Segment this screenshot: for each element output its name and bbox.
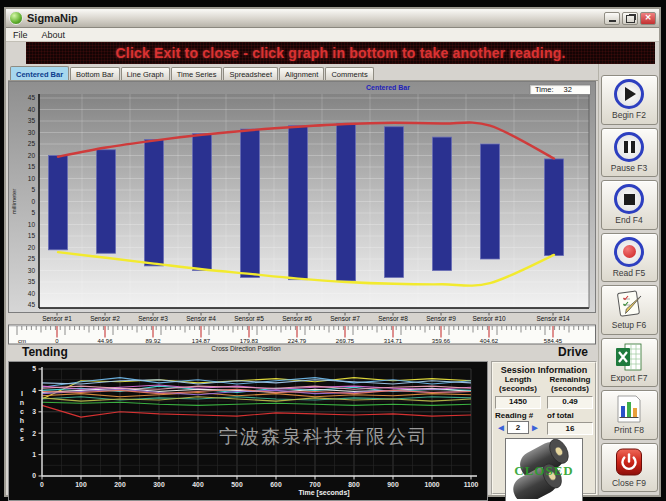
svg-text:700: 700: [309, 481, 321, 488]
reading-number-field[interactable]: 2: [507, 421, 529, 434]
drive-label: Drive: [558, 345, 588, 359]
tab-time-series[interactable]: Time Series: [171, 67, 223, 80]
svg-text:15: 15: [28, 163, 36, 170]
svg-text:400: 400: [192, 481, 204, 488]
svg-text:404.62: 404.62: [480, 338, 499, 344]
svg-text:89.92: 89.92: [145, 338, 161, 344]
length-label: Length (seconds): [495, 376, 541, 394]
svg-text:5: 5: [31, 209, 35, 216]
chart-document-icon: [613, 394, 645, 424]
svg-text:Sensor #9: Sensor #9: [426, 315, 456, 322]
trend-line-chart[interactable]: 0123450100200300400500600700800900100011…: [9, 362, 487, 500]
length-value: 1450: [495, 396, 541, 409]
restore-icon: [626, 15, 635, 23]
svg-text:Sensor #1: Sensor #1: [42, 315, 72, 322]
svg-text:44.96: 44.96: [97, 338, 113, 344]
read-label: Read F5: [613, 268, 646, 278]
trend-graph-panel[interactable]: 0123450100200300400500600700800900100011…: [8, 361, 488, 501]
svg-text:30: 30: [28, 129, 36, 136]
app-icon: [9, 11, 23, 25]
svg-text:15: 15: [28, 232, 36, 239]
end-button[interactable]: End F4: [601, 180, 658, 230]
svg-text:200: 200: [114, 481, 126, 488]
reading-next-arrow[interactable]: ►: [530, 423, 540, 433]
nip-status-text: CLOSED: [506, 463, 582, 479]
title-bar[interactable]: SigmaNip ✕: [6, 9, 659, 28]
centered-bar-chart: 45403530252015105051015202530354045milli…: [9, 82, 595, 312]
minimize-button[interactable]: [604, 12, 620, 25]
svg-text:2: 2: [32, 430, 36, 437]
reading-prev-arrow[interactable]: ◄: [496, 423, 506, 433]
export-button[interactable]: Export F7: [601, 338, 658, 388]
svg-text:224.79: 224.79: [288, 338, 307, 344]
tab-spreadsheet[interactable]: Spreadsheet: [223, 67, 278, 80]
session-header: Session Information: [501, 365, 588, 375]
tab-comments[interactable]: Comments: [325, 67, 373, 80]
svg-text:e: e: [20, 426, 24, 433]
window-title: SigmaNip: [27, 12, 604, 24]
pause-label: Pause F3: [611, 163, 647, 173]
svg-text:269.75: 269.75: [336, 338, 355, 344]
nip-status-image: CLOSED: [505, 438, 583, 501]
svg-text:359.66: 359.66: [432, 338, 451, 344]
svg-text:Sensor #2: Sensor #2: [90, 315, 120, 322]
svg-text:Sensor #10: Sensor #10: [472, 315, 506, 322]
record-icon: [614, 237, 644, 267]
svg-text:35: 35: [28, 117, 36, 124]
svg-text:Sensor #7: Sensor #7: [330, 315, 360, 322]
svg-text:n: n: [20, 399, 24, 406]
print-label: Print F8: [614, 425, 644, 435]
svg-text:Sensor #3: Sensor #3: [138, 315, 168, 322]
session-info-panel: Session Information Length (seconds) Rem…: [491, 361, 597, 495]
excel-icon: [613, 342, 645, 372]
svg-text:1100: 1100: [464, 481, 479, 488]
time-field[interactable]: Time: 32: [529, 84, 591, 95]
pause-button[interactable]: Pause F3: [601, 128, 658, 178]
svg-text:cm: cm: [18, 338, 26, 344]
tab-alignment[interactable]: Alignment: [279, 67, 324, 80]
setup-button[interactable]: Setup F6: [601, 285, 658, 335]
tending-label: Tending: [22, 345, 68, 359]
svg-text:25: 25: [28, 255, 36, 262]
svg-text:Time [seconds]: Time [seconds]: [298, 489, 349, 497]
svg-text:0: 0: [40, 481, 44, 488]
of-total-label: of total: [547, 411, 593, 420]
svg-text:25: 25: [28, 140, 36, 147]
svg-text:Sensor #5: Sensor #5: [234, 315, 264, 322]
restore-button[interactable]: [622, 12, 638, 25]
svg-text:Sensor #14: Sensor #14: [536, 315, 570, 322]
svg-text:600: 600: [270, 481, 282, 488]
svg-text:4: 4: [32, 387, 36, 394]
chart-title: Centered Bar: [366, 84, 410, 91]
svg-text:500: 500: [231, 481, 243, 488]
close-icon: ✕: [645, 14, 652, 22]
svg-text:5: 5: [31, 186, 35, 193]
close-app-button[interactable]: Close F9: [601, 443, 658, 493]
svg-text:45: 45: [28, 94, 36, 101]
tab-line-graph[interactable]: Line Graph: [121, 67, 170, 80]
begin-label: Begin F2: [612, 110, 646, 120]
menu-file[interactable]: File: [6, 30, 35, 40]
read-button[interactable]: Read F5: [601, 233, 658, 283]
setup-label: Setup F6: [612, 320, 647, 330]
tab-bottom-bar[interactable]: Bottom Bar: [70, 67, 120, 80]
svg-text:179.83: 179.83: [240, 338, 259, 344]
svg-text:314.71: 314.71: [384, 338, 403, 344]
tab-centered-bar[interactable]: Centered Bar: [10, 66, 69, 80]
svg-text:3: 3: [32, 408, 36, 415]
menu-about[interactable]: About: [35, 30, 73, 40]
begin-button[interactable]: Begin F2: [601, 75, 658, 125]
minimize-icon: [609, 20, 616, 22]
banner-row: Click Exit to close - click graph in bot…: [6, 42, 659, 64]
svg-text:5: 5: [32, 365, 36, 372]
export-label: Export F7: [611, 373, 648, 383]
svg-text:h: h: [20, 417, 24, 424]
print-button[interactable]: Print F8: [601, 390, 658, 440]
svg-text:millimeter: millimeter: [11, 189, 17, 215]
time-label: Time:: [535, 85, 553, 94]
svg-text:10: 10: [28, 221, 36, 228]
notepad-pencil-icon: [613, 289, 645, 319]
svg-text:0: 0: [32, 472, 36, 479]
svg-text:584.45: 584.45: [544, 338, 563, 344]
close-window-button[interactable]: ✕: [640, 12, 656, 25]
